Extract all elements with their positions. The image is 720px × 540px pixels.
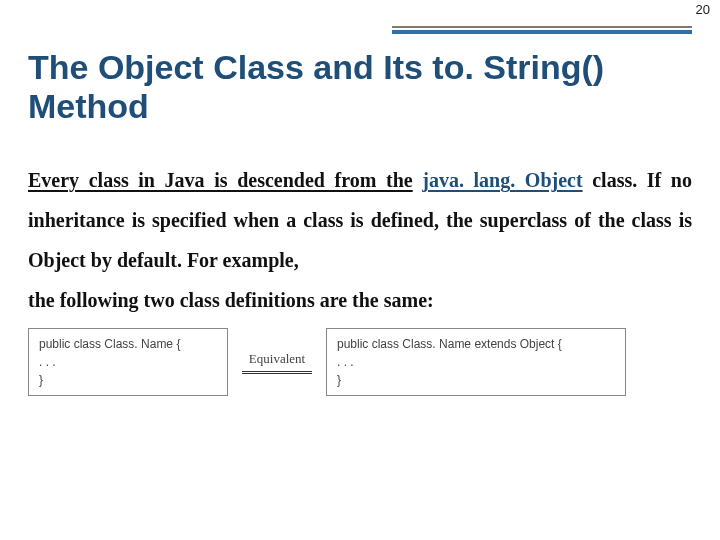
body-line-2: the following two class definitions are … bbox=[28, 289, 434, 311]
code-line: . . . bbox=[39, 353, 217, 371]
body-paragraph: Every class in Java is descended from th… bbox=[28, 160, 692, 320]
code-line: public class Class. Name { bbox=[39, 335, 217, 353]
header-rule bbox=[392, 26, 692, 34]
underlined-lead: Every class in Java is descended from th… bbox=[28, 169, 413, 191]
code-box-left: public class Class. Name { . . . } bbox=[28, 328, 228, 396]
equivalent-label: Equivalent bbox=[249, 351, 305, 367]
code-line: } bbox=[337, 371, 615, 389]
code-line: } bbox=[39, 371, 217, 389]
code-line: . . . bbox=[337, 353, 615, 371]
equivalence-double-rule bbox=[242, 371, 312, 374]
page-number: 20 bbox=[696, 2, 710, 17]
equivalence-middle: Equivalent bbox=[242, 351, 312, 374]
slide-title: The Object Class and Its to. String() Me… bbox=[28, 48, 692, 126]
header-rule-thin bbox=[392, 26, 692, 28]
slide: 20 The Object Class and Its to. String()… bbox=[0, 0, 720, 540]
underlined-class-link: java. lang. Object bbox=[422, 169, 582, 191]
equivalence-row: public class Class. Name { . . . } Equiv… bbox=[28, 328, 692, 396]
code-box-right: public class Class. Name extends Object … bbox=[326, 328, 626, 396]
code-line: public class Class. Name extends Object … bbox=[337, 335, 615, 353]
header-rule-thick bbox=[392, 30, 692, 34]
